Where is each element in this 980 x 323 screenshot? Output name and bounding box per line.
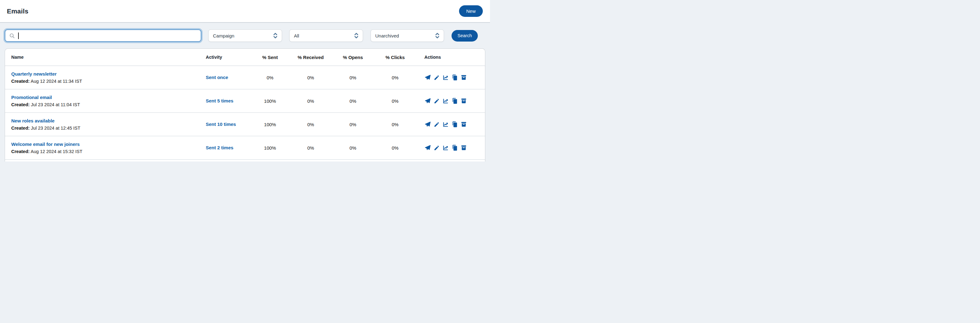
created-text: Created: Aug 12 2024 at 15:32 IST	[11, 149, 200, 154]
edit-button[interactable]	[433, 145, 440, 151]
created-text: Created: Aug 12 2024 at 11:34 IST	[11, 79, 200, 84]
column-header-name: Name	[5, 55, 200, 60]
created-label: Created:	[11, 79, 30, 84]
clone-icon	[452, 145, 458, 151]
emails-page: Emails New Campaign All	[0, 0, 490, 162]
archive-icon	[461, 98, 467, 104]
search-icon	[9, 33, 15, 39]
send-button[interactable]	[424, 98, 431, 104]
percent-opens: 0%	[332, 145, 374, 150]
column-header-sent: % Sent	[250, 55, 290, 60]
search-box[interactable]	[5, 29, 201, 42]
clone-icon	[452, 121, 458, 127]
status-select[interactable]: All	[289, 29, 363, 42]
table-row: Promotional email Created: Jul 23 2024 a…	[5, 89, 485, 113]
percent-received: 0%	[290, 75, 332, 80]
archive-icon	[461, 121, 467, 127]
archive-button[interactable]	[461, 145, 467, 151]
edit-icon	[434, 145, 440, 151]
chevron-updown-icon	[354, 32, 359, 39]
archive-button[interactable]	[461, 98, 467, 104]
activity-link[interactable]: Sent 10 times	[206, 122, 236, 127]
edit-button[interactable]	[433, 121, 440, 127]
status-select-value: All	[294, 33, 299, 38]
created-text: Created: Jul 23 2024 at 12:45 IST	[11, 125, 200, 131]
archive-icon	[461, 145, 467, 151]
send-button[interactable]	[424, 74, 431, 81]
created-label: Created:	[11, 149, 30, 154]
created-label: Created:	[11, 125, 30, 131]
reports-button[interactable]	[442, 145, 449, 151]
edit-button[interactable]	[433, 74, 440, 81]
clone-button[interactable]	[452, 98, 458, 104]
table-row: Quarterly newsletter Created: Aug 12 202…	[5, 66, 485, 89]
page-title: Emails	[7, 8, 29, 15]
clone-button[interactable]	[452, 74, 458, 81]
table-body: Quarterly newsletter Created: Aug 12 202…	[5, 66, 485, 160]
archive-select-value: Unarchived	[375, 33, 399, 38]
reports-button[interactable]	[442, 74, 449, 81]
reports-icon	[442, 98, 449, 104]
activity-link[interactable]: Sent once	[206, 74, 228, 80]
percent-clicks: 0%	[374, 98, 416, 104]
email-name-link[interactable]: Promotional email	[11, 95, 52, 100]
percent-sent: 0%	[250, 75, 290, 80]
email-name-link[interactable]: Quarterly newsletter	[11, 71, 57, 76]
column-header-activity: Activity	[200, 55, 250, 60]
email-name-link[interactable]: Welcome email for new joiners	[11, 141, 80, 147]
emails-table: Name Activity % Sent % Received % Opens …	[5, 48, 485, 162]
table-header-row: Name Activity % Sent % Received % Opens …	[5, 49, 485, 66]
column-header-clicks: % Clicks	[374, 55, 416, 60]
campaign-type-select[interactable]: Campaign	[208, 29, 282, 42]
percent-clicks: 0%	[374, 75, 416, 80]
created-date: Aug 12 2024 at 15:32 IST	[31, 149, 82, 154]
search-button[interactable]: Search	[452, 30, 478, 41]
chevron-updown-icon	[273, 32, 278, 39]
created-date: Aug 12 2024 at 11:34 IST	[31, 79, 82, 84]
percent-received: 0%	[290, 98, 332, 104]
edit-button[interactable]	[433, 98, 440, 104]
table-row: Welcome email for new joiners Created: A…	[5, 136, 485, 160]
archive-icon	[461, 74, 467, 81]
created-label: Created:	[11, 102, 30, 107]
percent-opens: 0%	[332, 122, 374, 127]
send-button[interactable]	[424, 121, 431, 127]
table-row-partial	[5, 160, 485, 162]
new-button[interactable]: New	[459, 5, 483, 17]
campaign-type-select-value: Campaign	[213, 33, 234, 38]
archive-select[interactable]: Unarchived	[371, 29, 444, 42]
page-header: Emails New	[0, 0, 490, 23]
send-button[interactable]	[424, 145, 431, 151]
percent-clicks: 0%	[374, 145, 416, 150]
reports-icon	[442, 121, 449, 128]
edit-icon	[434, 74, 440, 81]
percent-opens: 0%	[332, 75, 374, 80]
archive-button[interactable]	[461, 121, 467, 127]
created-date: Jul 23 2024 at 11:04 IST	[31, 102, 80, 107]
edit-icon	[434, 122, 440, 127]
column-header-actions: Actions	[416, 55, 485, 60]
activity-link[interactable]: Sent 2 times	[206, 145, 233, 150]
email-name-link[interactable]: New roles available	[11, 118, 54, 124]
clone-icon	[452, 74, 458, 81]
created-text: Created: Jul 23 2024 at 11:04 IST	[11, 102, 200, 107]
percent-clicks: 0%	[374, 122, 416, 127]
created-date: Jul 23 2024 at 12:45 IST	[31, 125, 80, 131]
activity-link[interactable]: Sent 5 times	[206, 98, 233, 103]
send-icon	[424, 145, 431, 151]
percent-opens: 0%	[332, 98, 374, 104]
send-icon	[424, 121, 431, 127]
reports-button[interactable]	[442, 121, 449, 127]
percent-received: 0%	[290, 122, 332, 127]
clone-button[interactable]	[452, 121, 458, 127]
table-row: New roles available Created: Jul 23 2024…	[5, 113, 485, 136]
reports-button[interactable]	[442, 98, 449, 104]
clone-button[interactable]	[452, 145, 458, 151]
archive-button[interactable]	[461, 74, 467, 81]
reports-icon	[442, 74, 449, 81]
reports-icon	[442, 145, 449, 151]
percent-received: 0%	[290, 145, 332, 150]
search-input[interactable]	[19, 30, 197, 41]
column-header-opens: % Opens	[332, 55, 374, 60]
send-icon	[424, 74, 431, 81]
